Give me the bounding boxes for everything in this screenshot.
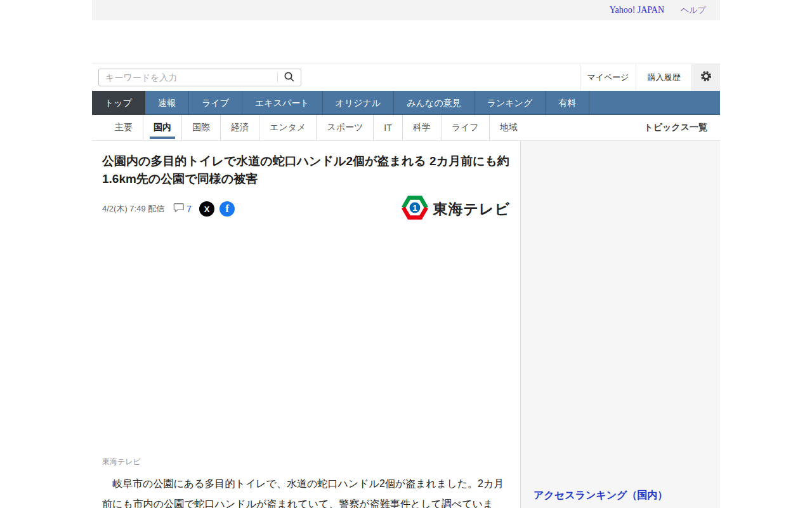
settings-button[interactable] [691,64,720,91]
logo-number: 1 [413,203,418,213]
category-world[interactable]: 国際 [181,115,220,140]
article-date: 4/2(木) 7:49 配信 [102,203,164,215]
purchase-history-link[interactable]: 購入履歴 [636,64,691,91]
comment-link[interactable]: 7 [173,203,192,215]
category-economy[interactable]: 経済 [220,115,259,140]
header: マイページ 購入履歴 [92,64,720,91]
header-utils: マイページ 購入履歴 [580,64,720,91]
article-body: 岐阜市の公園にある多目的トイレで、水道の蛇口ハンドル2個が盗まれました。2カ月前… [102,474,510,508]
nav-tab-top[interactable]: トップ [92,91,145,115]
category-nav: 主要 国内 国際 経済 エンタメ スポーツ IT 科学 ライフ 地域 トピックス… [92,115,720,141]
category-domestic[interactable]: 国内 [143,115,181,140]
category-sports[interactable]: スポーツ [316,115,373,140]
x-icon: X [204,204,210,214]
nav-tab-opinions[interactable]: みんなの意見 [394,91,474,115]
search-form [98,69,301,86]
search-input[interactable] [99,72,277,83]
category-science[interactable]: 科学 [402,115,441,140]
ad-space-empty [92,20,720,64]
help-link[interactable]: ヘルプ [681,4,706,16]
publisher-logo[interactable]: 1 東海テレビ [401,195,510,223]
comment-bubble-icon [173,203,185,215]
share-x-button[interactable]: X [199,201,214,217]
facebook-icon: f [225,203,229,215]
category-it[interactable]: IT [373,115,402,140]
category-life[interactable]: ライフ [441,115,489,140]
image-caption: 東海テレビ [102,457,510,467]
sidebar: アクセスランキング（国内） [520,141,720,508]
tokai-tv-logo-icon: 1 [401,195,429,223]
share-facebook-button[interactable]: f [219,201,235,217]
yahoo-japan-link[interactable]: Yahoo! JAPAN [610,5,664,15]
search-icon [284,71,295,84]
category-region[interactable]: 地域 [489,115,528,140]
mypage-link[interactable]: マイページ [580,64,636,91]
access-ranking-heading[interactable]: アクセスランキング（国内） [534,489,707,508]
article: 公園内の多目的トイレで水道の蛇口ハンドル2個が盗まれる 2カ月前にも約1.6km… [92,141,520,508]
category-list: 主要 国内 国際 経済 エンタメ スポーツ IT 科学 ライフ 地域 [105,115,528,140]
page: Yahoo! JAPAN ヘルプ マイページ 購入履歴 [92,0,720,508]
comment-count: 7 [187,204,192,214]
main-nav: トップ 速報 ライブ エキスパート オリジナル みんなの意見 ランキング 有料 [92,91,720,115]
nav-tab-expert[interactable]: エキスパート [242,91,323,115]
search-button[interactable] [278,69,301,86]
nav-tab-original[interactable]: オリジナル [323,91,395,115]
category-entertainment[interactable]: エンタメ [259,115,316,140]
article-title: 公園内の多目的トイレで水道の蛇口ハンドル2個が盗まれる 2カ月前にも約1.6km… [102,152,510,187]
publisher-name: 東海テレビ [433,199,510,219]
article-meta: 4/2(木) 7:49 配信 7 X f [102,196,510,222]
article-image-placeholder [102,222,510,457]
nav-tab-live[interactable]: ライブ [189,91,242,115]
topbar: Yahoo! JAPAN ヘルプ [92,0,720,20]
content: 公園内の多目的トイレで水道の蛇口ハンドル2個が盗まれる 2カ月前にも約1.6km… [92,141,720,508]
topics-list-link[interactable]: トピックス一覧 [644,122,707,133]
category-main[interactable]: 主要 [105,115,143,140]
nav-tab-flash[interactable]: 速報 [145,91,189,115]
nav-tab-ranking[interactable]: ランキング [475,91,546,115]
gear-icon [700,70,712,85]
nav-tab-paid[interactable]: 有料 [546,91,589,115]
